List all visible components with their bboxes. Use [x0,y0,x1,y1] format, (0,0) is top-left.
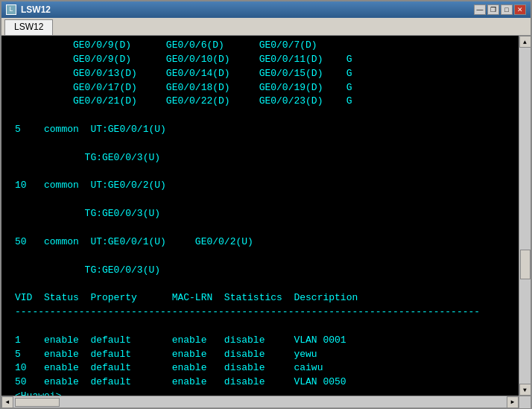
terminal-content[interactable]: GE0/0/9(D) GE0/0/6(D) GE0/0/7(D) GE0/0/9… [1,36,519,396]
title-controls: — ❐ □ ✕ [474,4,526,15]
window-title: LSW12 [21,4,51,15]
main-window: L LSW12 — ❐ □ ✕ LSW12 1 GE0/0/9(D) GE0/0… [0,0,532,409]
scroll-track-v[interactable] [519,48,531,384]
terminal-wrapper: 1 GE0/0/9(D) GE0/0/6(D) GE0/0/7(D) GE0/0… [1,36,519,396]
title-bar-left: L LSW12 [6,4,51,15]
close-button[interactable]: ✕ [514,4,526,15]
maximize-button[interactable]: □ [501,4,513,15]
tab-lsw12[interactable]: LSW12 [4,19,53,35]
title-bar: L LSW12 — ❐ □ ✕ [1,1,531,18]
scrollbar-corner [519,396,531,408]
bottom-scrollbar-area: ◄ ► [1,396,531,408]
main-area: 1 GE0/0/9(D) GE0/0/6(D) GE0/0/7(D) GE0/0… [1,36,531,396]
scroll-track-h[interactable] [13,397,507,408]
horizontal-scrollbar: ◄ ► [1,396,519,408]
restore-button[interactable]: ❐ [487,4,499,15]
vertical-scrollbar: ▲ ▼ [519,36,531,396]
left-markers: 1 [3,39,38,396]
scroll-thumb-v[interactable] [520,250,531,279]
scroll-up-button[interactable]: ▲ [519,36,531,48]
scroll-thumb-h[interactable] [15,398,60,407]
scroll-down-button[interactable]: ▼ [519,384,531,396]
app-icon: L [6,4,16,15]
tab-bar: LSW12 [1,18,531,36]
minimize-button[interactable]: — [474,4,486,15]
scroll-left-button[interactable]: ◄ [1,396,13,408]
scroll-right-button[interactable]: ► [507,396,519,408]
